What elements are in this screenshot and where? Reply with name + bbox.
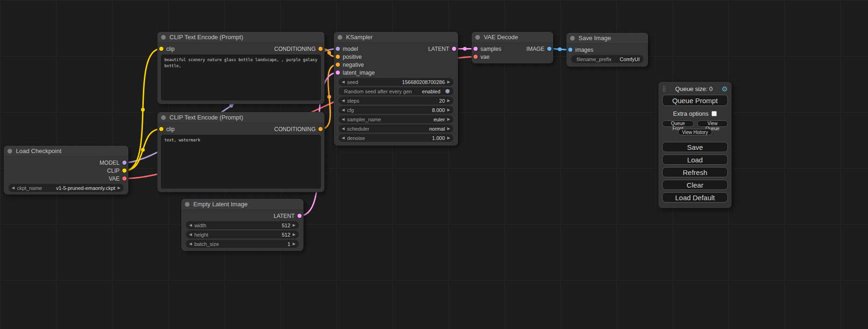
height-widget[interactable]: ◀ height 512 ▶: [186, 231, 299, 238]
increment-arrow-icon[interactable]: ▶: [447, 127, 450, 131]
image-slot-dot[interactable]: [568, 48, 572, 52]
model-slot-dot[interactable]: [122, 161, 127, 165]
vae-slot-dot[interactable]: [473, 55, 478, 59]
latent-slot-dot[interactable]: [473, 47, 478, 51]
prompt-textarea[interactable]: beautiful scenery nature glass bottle la…: [161, 55, 321, 100]
drag-handle-icon[interactable]: ⣿: [662, 85, 666, 92]
input-slot-model[interactable]: model: [334, 46, 358, 52]
conditioning-slot-dot[interactable]: [336, 63, 340, 67]
save-button[interactable]: Save: [662, 142, 728, 152]
node-title-bar[interactable]: Load Checkpoint: [4, 146, 128, 157]
increment-arrow-icon[interactable]: ▶: [447, 108, 450, 112]
steps-widget[interactable]: ◀ steps 20 ▶: [339, 97, 453, 105]
node-clip-text-encode-negative[interactable]: CLIP Text Encode (Prompt) clip CONDITION…: [157, 112, 325, 192]
output-slot-conditioning[interactable]: CONDITIONING: [274, 126, 325, 133]
node-title-bar[interactable]: CLIP Text Encode (Prompt): [157, 32, 325, 43]
output-slot-vae[interactable]: VAE: [109, 175, 128, 182]
input-slot-clip[interactable]: clip: [157, 126, 175, 133]
input-slot-vae[interactable]: vae: [472, 54, 489, 60]
collapse-dot-icon[interactable]: [161, 115, 166, 120]
collapse-dot-icon[interactable]: [475, 35, 480, 40]
width-widget[interactable]: ◀ width 512 ▶: [186, 221, 299, 229]
increment-arrow-icon[interactable]: ▶: [293, 224, 296, 227]
decrement-arrow-icon[interactable]: ◀: [342, 118, 345, 121]
denoise-widget[interactable]: ◀ denoise 1.000 ▶: [339, 134, 453, 142]
latent-slot-dot[interactable]: [336, 70, 340, 75]
increment-arrow-icon[interactable]: ▶: [447, 99, 450, 103]
node-title-bar[interactable]: KSampler: [334, 32, 458, 43]
image-slot-dot[interactable]: [547, 47, 551, 51]
node-empty-latent-image[interactable]: Empty Latent Image LATENT ◀ width 512 ▶ …: [181, 199, 303, 251]
input-slot-samples[interactable]: samples: [472, 46, 501, 52]
conditioning-slot-dot[interactable]: [318, 127, 323, 131]
prompt-textarea[interactable]: text, watermark: [161, 135, 321, 189]
sampler-name-widget[interactable]: ◀ sampler_name euler ▶: [339, 115, 453, 123]
model-slot-dot[interactable]: [336, 47, 340, 51]
decrement-arrow-icon[interactable]: ◀: [189, 242, 192, 246]
seed-widget[interactable]: ◀ seed 156680208700286 ▶: [339, 78, 453, 86]
input-slot-negative[interactable]: negative: [334, 62, 364, 68]
node-title-bar[interactable]: CLIP Text Encode (Prompt): [157, 112, 325, 123]
collapse-dot-icon[interactable]: [7, 149, 12, 154]
decrement-arrow-icon[interactable]: ◀: [342, 108, 345, 112]
decrement-arrow-icon[interactable]: ◀: [342, 80, 345, 84]
node-title-bar[interactable]: VAE Decode: [472, 32, 553, 43]
output-slot-image[interactable]: IMAGE: [526, 46, 553, 52]
increment-arrow-icon[interactable]: ▶: [447, 80, 450, 84]
node-title-bar[interactable]: Empty Latent Image: [181, 199, 303, 210]
clip-slot-dot[interactable]: [159, 127, 163, 131]
increment-arrow-icon[interactable]: ▶: [118, 186, 120, 190]
input-slot-images[interactable]: images: [566, 47, 593, 53]
queue-front-button[interactable]: Queue Front: [662, 120, 694, 127]
collapse-dot-icon[interactable]: [161, 35, 166, 40]
collapse-dot-icon[interactable]: [570, 36, 575, 41]
clip-slot-dot[interactable]: [159, 47, 163, 51]
toggle-dot-icon[interactable]: [445, 89, 450, 93]
decrement-arrow-icon[interactable]: ◀: [342, 99, 345, 103]
output-slot-latent[interactable]: LATENT: [274, 213, 303, 219]
decrement-arrow-icon[interactable]: ◀: [189, 233, 192, 237]
view-queue-button[interactable]: View Queue: [697, 120, 728, 127]
conditioning-slot-dot[interactable]: [318, 47, 323, 51]
node-ksampler[interactable]: KSampler model LATENT positive negative: [334, 32, 458, 146]
load-default-button[interactable]: Load Default: [662, 192, 728, 203]
random-seed-toggle-widget[interactable]: Random seed after every gen enabled: [339, 87, 453, 95]
load-button[interactable]: Load: [662, 154, 728, 165]
queue-prompt-button[interactable]: Queue Prompt: [662, 95, 728, 106]
batch-size-widget[interactable]: ◀ batch_size 1 ▶: [186, 240, 299, 248]
latent-slot-dot[interactable]: [452, 47, 456, 51]
node-vae-decode[interactable]: VAE Decode samples IMAGE vae: [472, 32, 553, 63]
decrement-arrow-icon[interactable]: ◀: [342, 127, 345, 131]
refresh-button[interactable]: Refresh: [662, 167, 728, 177]
output-slot-latent[interactable]: LATENT: [428, 46, 458, 52]
output-slot-clip[interactable]: CLIP: [107, 168, 128, 174]
settings-gear-icon[interactable]: ⚙: [722, 85, 728, 92]
vae-slot-dot[interactable]: [122, 176, 127, 181]
view-history-button[interactable]: View History: [678, 129, 712, 135]
output-slot-model[interactable]: MODEL: [99, 160, 128, 166]
increment-arrow-icon[interactable]: ▶: [293, 242, 296, 246]
increment-arrow-icon[interactable]: ▶: [447, 136, 450, 140]
increment-arrow-icon[interactable]: ▶: [447, 118, 450, 121]
extra-options-checkbox[interactable]: [712, 111, 717, 116]
scheduler-widget[interactable]: ◀ scheduler normal ▶: [339, 125, 453, 133]
input-slot-latent-image[interactable]: latent_image: [334, 70, 375, 76]
node-save-image[interactable]: Save Image images filename_prefix ComfyU…: [566, 33, 648, 67]
collapse-dot-icon[interactable]: [185, 202, 190, 207]
ckpt-name-widget[interactable]: ◀ ckpt_name v1-5-pruned-emaonly.ckpt ▶: [8, 184, 124, 192]
decrement-arrow-icon[interactable]: ◀: [189, 224, 192, 227]
collapse-dot-icon[interactable]: [338, 35, 342, 40]
latent-slot-dot[interactable]: [297, 214, 302, 218]
node-clip-text-encode-positive[interactable]: CLIP Text Encode (Prompt) clip CONDITION…: [157, 32, 325, 104]
decrement-arrow-icon[interactable]: ◀: [12, 186, 14, 190]
clip-slot-dot[interactable]: [122, 168, 127, 173]
node-load-checkpoint[interactable]: Load Checkpoint MODEL CLIP VAE ◀ ckpt_na…: [4, 146, 128, 195]
decrement-arrow-icon[interactable]: ◀: [342, 136, 345, 140]
input-slot-positive[interactable]: positive: [334, 54, 362, 60]
node-title-bar[interactable]: Save Image: [566, 33, 648, 44]
input-slot-clip[interactable]: clip: [157, 46, 175, 52]
cfg-widget[interactable]: ◀ cfg 8.000 ▶: [339, 106, 453, 114]
clear-button[interactable]: Clear: [662, 180, 728, 190]
output-slot-conditioning[interactable]: CONDITIONING: [274, 46, 325, 52]
filename-prefix-widget[interactable]: filename_prefix ComfyUI: [571, 55, 643, 63]
